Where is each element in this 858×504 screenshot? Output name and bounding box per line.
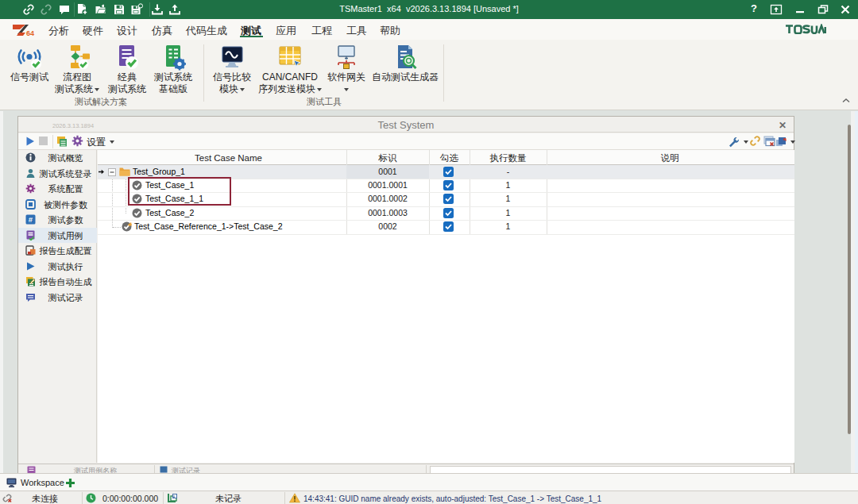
svg-text:64: 64 [26, 29, 34, 37]
svg-text:#: # [29, 215, 33, 224]
